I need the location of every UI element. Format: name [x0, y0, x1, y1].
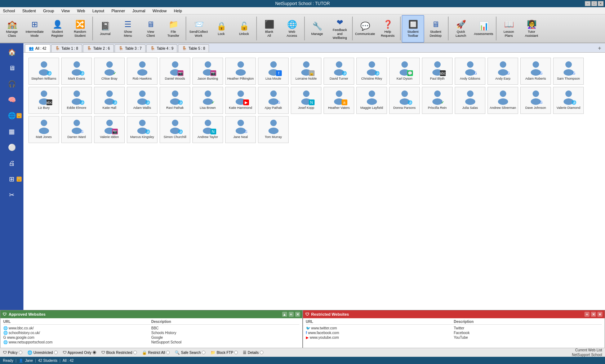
- close-button[interactable]: ✕: [598, 1, 604, 6]
- menu-item-help[interactable]: Help: [172, 8, 183, 13]
- toolbar-btn-student-toolbar[interactable]: 🔲StudentToolbar: [402, 15, 424, 43]
- student-cell[interactable]: ✓Chloe Bray: [94, 58, 125, 85]
- sidebar-item-dot[interactable]: ⚪: [1, 140, 22, 155]
- toolbar-btn-feedback-wellbeing[interactable]: ❤Feedback andWellbeing: [329, 15, 351, 43]
- approved-entry[interactable]: 🌐schoolhistory.co.uk/Schools History: [3, 330, 299, 335]
- student-cell[interactable]: 🌐Stephen Williams: [28, 58, 59, 85]
- approved-entry[interactable]: 🌐www.netsupportschool.comNetSupport Scho…: [3, 340, 299, 345]
- menu-item-layout[interactable]: Layout: [91, 8, 106, 13]
- student-cell[interactable]: GAdam Roberts: [520, 58, 551, 85]
- student-cell[interactable]: 📷Jason Bunting: [192, 58, 223, 85]
- filter-radio-restrict-all[interactable]: [166, 351, 170, 354]
- tab-table3[interactable]: 🪑Table 3 : 7: [115, 44, 146, 52]
- menu-item-school[interactable]: School: [1, 8, 17, 13]
- toolbar-btn-communicate[interactable]: 💬Communicate: [354, 15, 376, 43]
- student-cell[interactable]: 🌐David Turner: [324, 58, 354, 85]
- student-cell[interactable]: NJosef Kopp: [291, 87, 321, 114]
- student-cell[interactable]: 💬Karl Dyson: [389, 58, 420, 85]
- student-cell[interactable]: Tom Murray: [258, 116, 289, 143]
- toolbar-btn-student-desktop[interactable]: 🖥StudentDesktop: [424, 15, 447, 43]
- sidebar-item-print[interactable]: 🖨: [1, 156, 22, 171]
- student-cell[interactable]: GAndy Gibbons: [455, 58, 485, 85]
- toolbar-btn-manage[interactable]: 🔧Manage: [306, 15, 328, 43]
- sidebar-item-brain[interactable]: 🧠: [1, 92, 22, 107]
- tab-table2[interactable]: 🪑Table 2 : 6: [83, 44, 114, 52]
- student-cell[interactable]: 📷Valerie Iddon: [94, 116, 125, 143]
- toolbar-btn-lock[interactable]: 🔒Lock: [210, 15, 232, 43]
- student-cell[interactable]: GAndy Earp: [488, 58, 518, 85]
- approved-add-button[interactable]: +: [289, 312, 294, 317]
- toolbar-btn-web-access[interactable]: 🌐WebAccess: [281, 15, 303, 43]
- filter-item-restrict-all[interactable]: 🔒Restrict All: [142, 350, 170, 355]
- toolbar-btn-unlock[interactable]: 🔓Unlock: [233, 15, 255, 43]
- toolbar-btn-tutor-assistant[interactable]: 👩‍🏫TutorAssistant: [520, 15, 543, 43]
- menu-item-web[interactable]: Web: [76, 8, 86, 13]
- filter-radio-policy[interactable]: [19, 351, 22, 354]
- menu-item-student[interactable]: Student: [21, 8, 37, 13]
- filter-item-safe-search[interactable]: 🔍Safe Search: [175, 350, 205, 355]
- student-cell[interactable]: 🌐Valerie Diamond: [553, 87, 584, 114]
- toolbar-btn-intermediate-mode[interactable]: ⊞IntermediateMode: [23, 15, 46, 43]
- filter-item-unrestricted[interactable]: 🌐Unrestricted: [27, 350, 58, 355]
- student-cell[interactable]: 📷Daniel Woods: [160, 58, 190, 85]
- toolbar-btn-student-register[interactable]: 👤StudentRegister: [46, 15, 68, 43]
- menu-item-planner[interactable]: Planner: [110, 8, 126, 13]
- restricted-entry[interactable]: 🐦www.twitter.comTwitter: [306, 326, 602, 330]
- approved-resize-button[interactable]: ▲: [282, 312, 287, 317]
- toolbar-btn-random-student[interactable]: 🔀RandomStudent: [69, 15, 91, 43]
- toolbar-btn-assessments[interactable]: 📊Assessments: [472, 15, 495, 43]
- filter-radio-block-ftp[interactable]: [234, 351, 238, 354]
- student-cell[interactable]: abcPaul Blyth: [422, 58, 453, 85]
- student-cell[interactable]: GAjay Pathak: [258, 87, 289, 114]
- toolbar-btn-view-client[interactable]: 🖥ViewClient: [139, 15, 162, 43]
- student-cell[interactable]: Maggie Layfield: [356, 87, 387, 114]
- sidebar-item-layout[interactable]: ▦: [1, 124, 22, 139]
- student-cell[interactable]: 🌐Eddie Elmore: [61, 87, 92, 114]
- filter-item-block-ftp[interactable]: 📁Block FTP: [210, 350, 238, 355]
- restricted-entry[interactable]: fwww.facebook.comFacebook: [306, 330, 602, 335]
- student-cell[interactable]: 🌐Marcus Kingsley: [127, 116, 157, 143]
- student-cell[interactable]: GDarren Ward: [61, 116, 92, 143]
- restricted-close-button[interactable]: ✕: [591, 312, 596, 317]
- student-cell[interactable]: 🌐Mark Evans: [61, 58, 92, 85]
- sidebar-item-monitor[interactable]: 🖥: [1, 61, 22, 76]
- toolbar-btn-send-collect-work[interactable]: 📨Send/CollectWork: [187, 15, 210, 43]
- menu-item-journal[interactable]: Journal: [131, 8, 147, 13]
- maximize-button[interactable]: □: [591, 1, 597, 6]
- toolbar-btn-quick-launch[interactable]: 🚀QuickLaunch: [450, 15, 472, 43]
- filter-item-details[interactable]: ☰Details: [243, 350, 263, 355]
- filter-item-approved-only[interactable]: 🛡Approved Only: [63, 350, 96, 355]
- student-cell[interactable]: GDave Johnson: [520, 87, 551, 114]
- restricted-entry[interactable]: ▶www.youtube.comYouTube: [306, 335, 602, 340]
- student-cell[interactable]: 🌐Christine Riley: [356, 58, 387, 85]
- toolbar-btn-manage-class[interactable]: 🏫ManageClass: [1, 15, 23, 43]
- filter-radio-approved-only[interactable]: [93, 351, 96, 354]
- student-cell[interactable]: ▶Katie Hammond: [225, 87, 256, 114]
- student-cell[interactable]: abcLiz Bury: [28, 87, 59, 114]
- restricted-add-button[interactable]: +: [584, 312, 590, 317]
- sidebar-item-tools[interactable]: ✂: [1, 187, 22, 203]
- student-cell[interactable]: GJane Neal: [225, 116, 256, 143]
- toolbar-btn-journal[interactable]: 📓Journal: [94, 15, 116, 43]
- toolbar-btn-lesson-plans[interactable]: 📖LessonPlans: [498, 15, 520, 43]
- tab-table1[interactable]: 🪑Table 1 : 8: [51, 44, 82, 52]
- student-cell[interactable]: fLisa Moule: [258, 58, 289, 85]
- sidebar-item-headphones[interactable]: 🎧: [1, 76, 22, 92]
- student-cell[interactable]: 🔒Lorraine Noble: [291, 58, 321, 85]
- tab-table5[interactable]: 🪑Table 5 : 8: [178, 44, 209, 52]
- student-cell[interactable]: 🌐Ravi Pathak: [160, 87, 190, 114]
- approved-close-button[interactable]: ✕: [295, 312, 300, 317]
- filter-radio-safe-search[interactable]: [202, 351, 205, 354]
- student-cell[interactable]: aHeather Vaters: [324, 87, 354, 114]
- student-cell[interactable]: ✓Priscilla Rein: [422, 87, 453, 114]
- student-cell[interactable]: NAndrew Taylor: [192, 116, 223, 143]
- filter-item-block-restricted[interactable]: 🛡Block Restricted: [101, 350, 137, 355]
- approved-entry[interactable]: 🌐www.bbc.co.uk/BBC: [3, 326, 299, 330]
- student-cell[interactable]: Andrew Silverman: [488, 87, 518, 114]
- student-cell[interactable]: 🌐Simon Churchill: [160, 116, 190, 143]
- student-cell[interactable]: 🌐Adam Wallis: [127, 87, 157, 114]
- add-tab-button[interactable]: +: [596, 44, 604, 52]
- restricted-resize-button[interactable]: ▼: [597, 312, 602, 317]
- student-cell[interactable]: Rob Hawkins: [127, 58, 157, 85]
- student-cell[interactable]: Matt Jones: [28, 116, 59, 143]
